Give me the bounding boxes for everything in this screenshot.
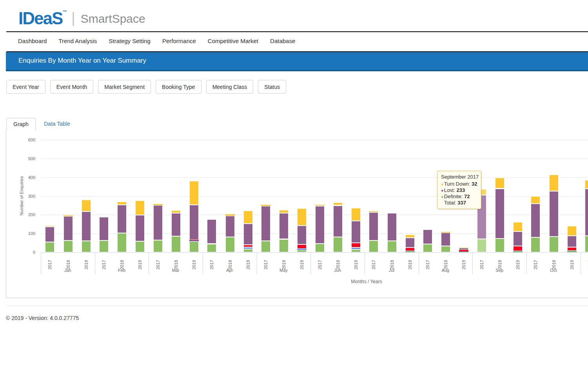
bar-segment-definite[interactable] (459, 252, 468, 252)
bar-segment-definite[interactable] (45, 242, 54, 252)
bar-segment-lost[interactable] (117, 205, 127, 233)
bar-segment-blue-series[interactable] (513, 251, 523, 251)
bar-segment-turn_down[interactable] (279, 210, 289, 213)
bar-segment-red-series[interactable] (189, 240, 199, 240)
bar-segment-lost[interactable] (171, 213, 181, 236)
bar-segment-blue-series[interactable] (243, 247, 253, 249)
bar-segment-blue-series[interactable] (189, 240, 199, 241)
nav-item-database[interactable]: Database (270, 38, 295, 44)
bar-segment-turn_down[interactable] (243, 211, 253, 224)
bar-segment-blue-series[interactable] (459, 251, 468, 252)
bar-segment-definite[interactable] (567, 251, 577, 252)
bar-segment-lost[interactable] (567, 236, 577, 247)
bar-segment-definite[interactable] (477, 239, 486, 252)
bar-segment-lost[interactable] (513, 231, 523, 246)
bar-segment-definite[interactable] (64, 240, 73, 252)
bar-segment-turn_down[interactable] (64, 215, 73, 216)
bar-segment-lost[interactable] (495, 189, 505, 239)
filter-meeting-class[interactable]: Meeting Class (206, 80, 254, 94)
bar-segment-lost[interactable] (369, 212, 378, 240)
filter-booking-type[interactable]: Booking Type (156, 80, 201, 94)
nav-item-dashboard[interactable]: Dashboard (18, 38, 47, 44)
bar-segment-lost[interactable] (189, 205, 199, 240)
bar-segment-red-series[interactable] (513, 246, 523, 251)
bar-segment-definite[interactable] (189, 241, 199, 252)
bar-segment-lost[interactable] (82, 212, 91, 241)
bar-segment-definite[interactable] (279, 239, 289, 253)
nav-item-strategy-setting[interactable]: Strategy Setting (109, 38, 151, 44)
bar-segment-lost[interactable] (207, 219, 216, 244)
bar-segment-red-series[interactable] (567, 247, 577, 251)
bar-segment-lost[interactable] (99, 217, 109, 240)
bar-segment-definite[interactable] (261, 241, 270, 252)
filter-status[interactable]: Status (258, 80, 286, 94)
bar-segment-turn_down[interactable] (153, 204, 163, 205)
bar-segment-definite[interactable] (297, 250, 307, 252)
bar-segment-lost[interactable] (459, 248, 468, 250)
bar-segment-definite[interactable] (369, 240, 378, 252)
bar-segment-lost[interactable] (441, 233, 450, 246)
bar-segment-turn_down[interactable] (369, 211, 378, 212)
bar-segment-red-series[interactable] (459, 250, 468, 251)
nav-item-competitive-market[interactable]: Competitive Market (208, 38, 258, 44)
bar-segment-red-series[interactable] (351, 243, 361, 248)
bar-segment-lost[interactable] (261, 206, 270, 241)
bar-segment-turn_down[interactable] (117, 202, 127, 205)
bar-segment-lost[interactable] (549, 191, 559, 237)
bar-segment-definite[interactable] (585, 236, 588, 252)
bar-segment-lost[interactable] (243, 224, 253, 245)
bar-segment-turn_down[interactable] (405, 235, 415, 238)
bar-segment-red-series[interactable] (297, 244, 307, 249)
bar-segment-lost[interactable] (64, 216, 73, 240)
bar-segment-definite[interactable] (315, 244, 325, 253)
bar-segment-lost[interactable] (585, 189, 588, 236)
filter-market-segment[interactable]: Market Segment (98, 80, 151, 94)
bar-segment-turn_down[interactable] (531, 196, 540, 204)
bar-segment-lost[interactable] (153, 205, 163, 240)
bar-segment-turn_down[interactable] (45, 226, 54, 227)
bar-segment-definite[interactable] (405, 251, 415, 252)
bar-segment-turn_down[interactable] (567, 226, 577, 236)
bar-segment-definite[interactable] (531, 237, 540, 252)
bar-segment-definite[interactable] (153, 240, 163, 252)
tab-graph[interactable]: Graph (6, 118, 36, 130)
bar-segment-definite[interactable] (495, 239, 505, 252)
bar-segment-definite[interactable] (82, 241, 91, 252)
bar-segment-turn_down[interactable] (513, 222, 523, 231)
filter-event-month[interactable]: Event Month (50, 80, 94, 94)
bar-segment-lost[interactable] (333, 206, 343, 237)
bar-segment-blue-series[interactable] (567, 251, 577, 251)
bar-segment-lost[interactable] (135, 215, 145, 241)
bar-segment-definite[interactable] (513, 251, 523, 252)
bar-segment-turn_down[interactable] (171, 210, 181, 213)
bar-segment-lost[interactable] (45, 227, 54, 242)
bar-segment-turn_down[interactable] (225, 214, 235, 215)
bar-segment-red-series[interactable] (405, 248, 415, 251)
bar-segment-lost[interactable] (315, 206, 325, 244)
bar-segment-lost[interactable] (279, 213, 289, 239)
bar-segment-definite[interactable] (225, 237, 235, 252)
bar-segment-lost[interactable] (225, 216, 235, 237)
bar-segment-lost[interactable] (297, 226, 307, 244)
bar-segment-definite[interactable] (207, 244, 216, 253)
nav-item-trend-analysis[interactable]: Trend Analysis (58, 38, 97, 44)
bar-segment-turn_down[interactable] (351, 208, 361, 221)
bar-segment-lost[interactable] (423, 230, 432, 244)
bar-segment-definite[interactable] (333, 237, 343, 252)
bar-segment-turn_down[interactable] (333, 202, 343, 205)
bar-segment-lost[interactable] (351, 221, 361, 243)
bar-segment-turn_down[interactable] (495, 178, 505, 188)
bar-segment-turn_down[interactable] (297, 208, 307, 226)
bar-segment-definite[interactable] (423, 244, 432, 252)
bar-segment-red-series[interactable] (243, 245, 253, 247)
bar-segment-turn_down[interactable] (459, 248, 468, 248)
bar-segment-definite[interactable] (351, 249, 361, 252)
bar-segment-turn_down[interactable] (82, 200, 91, 212)
bar-segment-definite[interactable] (441, 246, 450, 252)
bar-segment-turn_down[interactable] (585, 180, 588, 189)
bar-segment-turn_down[interactable] (261, 205, 270, 206)
filter-event-year[interactable]: Event Year (6, 80, 45, 94)
bar-segment-lost[interactable] (405, 238, 415, 247)
bar-segment-turn_down[interactable] (441, 232, 450, 232)
bar-segment-definite[interactable] (171, 236, 181, 252)
